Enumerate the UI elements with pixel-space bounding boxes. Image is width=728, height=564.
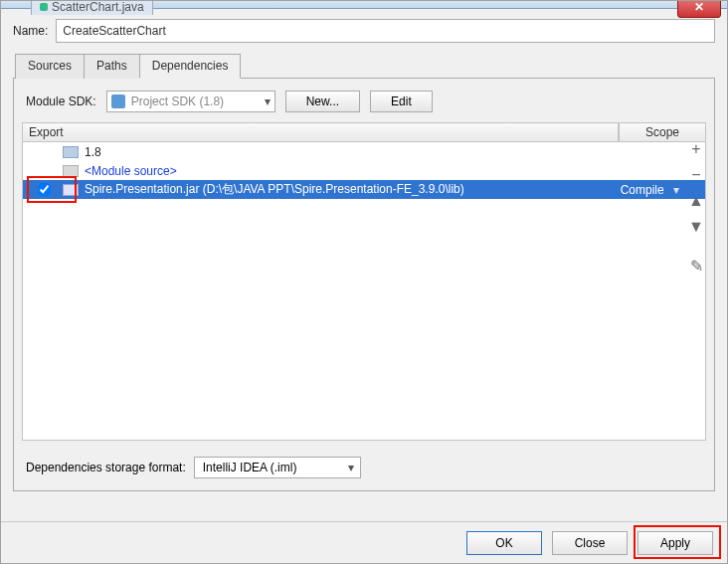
chevron-down-icon: ▾ [673,183,679,197]
module-tabs: Sources Paths Dependencies [13,53,715,79]
scope-value: Compile [621,183,664,197]
chevron-down-icon: ▾ [348,461,354,474]
ok-button[interactable]: OK [466,531,542,555]
tab-dependencies[interactable]: Dependencies [139,54,242,79]
sdk-edit-button[interactable]: Edit [370,91,433,112]
folder-icon [63,146,79,158]
module-name-input[interactable] [56,19,715,43]
dependencies-panel: Module SDK: Project SDK (1.8) ▾ New... E… [13,79,715,491]
jar-icon [63,184,79,196]
window-close-button[interactable]: ✕ [677,0,721,18]
table-row-module-source[interactable]: <Module source> [23,161,705,180]
dep-label: Spire.Presentation.jar (D:\包\JAVA PPT\Sp… [85,181,464,198]
col-export[interactable]: Export [22,122,619,142]
storage-format-value: IntelliJ IDEA (.iml) [203,461,297,474]
edit-dependency-button[interactable]: ✎ [687,258,705,276]
editor-tab-label: ScatterChart.java [52,0,144,14]
close-icon: ✕ [694,0,704,14]
close-button[interactable]: Close [552,531,628,555]
source-folder-icon [63,165,79,177]
editor-tab-stub[interactable]: ScatterChart.java [31,0,153,15]
move-up-button[interactable]: ▲ [687,192,705,210]
window-titlebar-strip: ScatterChart.java ✕ [1,1,727,9]
add-dependency-button[interactable]: + [687,140,705,158]
tab-paths[interactable]: Paths [84,54,140,79]
apply-button[interactable]: Apply [637,531,713,555]
remove-dependency-button[interactable]: − [687,166,705,184]
jdk-icon [111,94,125,108]
dependency-toolbar: + − ▲ ▼ ✎ [684,140,708,276]
module-sdk-label: Module SDK: [26,94,96,108]
dependencies-table: Export Scope 1.8 <Module source> [22,122,706,441]
export-checkbox[interactable] [38,183,51,196]
name-label: Name: [13,24,48,38]
dep-label: 1.8 [85,145,101,159]
tab-sources[interactable]: Sources [15,54,85,79]
table-row-jar-selected[interactable]: Spire.Presentation.jar (D:\包\JAVA PPT\Sp… [23,180,705,199]
dialog-footer: OK Close Apply [1,521,727,563]
move-down-button[interactable]: ▼ [687,218,705,236]
module-sdk-value: Project SDK (1.8) [131,94,265,108]
storage-format-row: Dependencies storage format: IntelliJ ID… [26,457,361,478]
module-sdk-combo[interactable]: Project SDK (1.8) ▾ [106,91,275,112]
table-header: Export Scope [22,122,706,142]
table-row-jdk[interactable]: 1.8 [23,142,705,161]
sdk-new-button[interactable]: New... [285,91,360,112]
storage-format-label: Dependencies storage format: [26,461,186,474]
file-type-icon [40,3,48,11]
table-body: 1.8 <Module source> Spire.Presentation.j… [22,142,706,441]
dep-label: <Module source> [85,164,177,178]
storage-format-combo[interactable]: IntelliJ IDEA (.iml) ▾ [194,457,361,478]
col-scope[interactable]: Scope [619,122,706,142]
chevron-down-icon: ▾ [265,94,271,108]
